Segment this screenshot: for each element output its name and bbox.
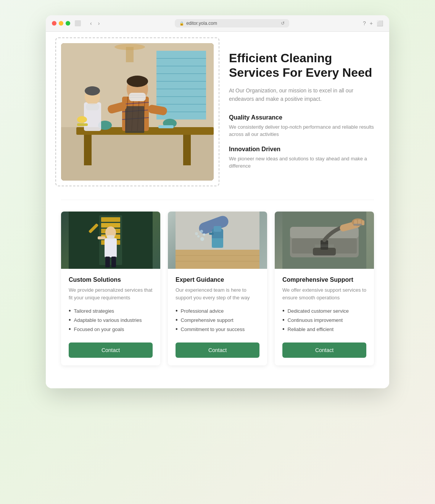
svg-rect-27 [129, 93, 146, 101]
svg-rect-49 [105, 238, 117, 257]
list-item: Reliable and efficient [282, 326, 366, 333]
card-1-title: Custom Solutions [69, 276, 153, 283]
hero-text: Efficient Cleaning Services For Every Ne… [229, 43, 374, 178]
traffic-light-yellow[interactable] [59, 21, 63, 26]
card-expert-guidance: Expert Guidance Our experienced team is … [168, 212, 267, 365]
cards-section: Custom Solutions We provide personalized… [61, 212, 374, 365]
nav-controls: ‹ › [89, 19, 101, 27]
traffic-light-green[interactable] [66, 21, 70, 26]
list-item: Dedicated customer service [282, 307, 366, 314]
svg-rect-63 [209, 233, 214, 235]
card-1-body: Custom Solutions We provide personalized… [61, 269, 160, 365]
card-1-list: Tailored strategies Adaptable to various… [69, 307, 153, 335]
card-1-description: We provide personalized services that fi… [69, 286, 153, 301]
feature-2-title: Innovation Driven [229, 146, 374, 153]
card-comprehensive-support: Comprehensive Support We offer extensive… [275, 212, 374, 365]
list-item: Comprehensive support [176, 317, 259, 323]
svg-rect-69 [212, 238, 223, 248]
list-item: Continuous improvement [282, 317, 366, 323]
menu-icon[interactable]: ⬜ [377, 20, 383, 26]
card-3-description: We offer extensive support services to e… [282, 286, 366, 301]
card-2-title: Expert Guidance [176, 276, 259, 283]
svg-point-66 [197, 235, 200, 237]
list-item: Adaptable to various industries [69, 317, 153, 323]
hero-image [61, 43, 214, 181]
card-3-title: Comprehensive Support [282, 276, 366, 283]
hero-title: Efficient Cleaning Services For Every Ne… [229, 51, 374, 80]
svg-rect-43 [101, 217, 120, 222]
svg-rect-56 [176, 250, 259, 269]
feature-1-description: We consistently deliver top-notch perfor… [229, 123, 374, 138]
browser-toolbar: ‹ › 🔒 editor.yola.com ↺ ? + ⬜ [46, 15, 389, 32]
lock-icon: 🔒 [179, 21, 184, 26]
list-item: Professional advice [176, 307, 259, 314]
svg-rect-53 [111, 257, 116, 267]
svg-point-39 [77, 116, 87, 123]
feature-2-description: We pioneer new ideas and solutions to st… [229, 155, 374, 170]
card-3-contact-button[interactable]: Contact [282, 342, 366, 358]
card-custom-solutions: Custom Solutions We provide personalized… [61, 212, 160, 365]
svg-rect-15 [183, 135, 191, 165]
card-1-svg [69, 212, 153, 269]
tab-bar [75, 20, 81, 26]
traffic-light-red[interactable] [52, 21, 56, 26]
traffic-lights [52, 21, 70, 26]
svg-rect-34 [158, 125, 174, 128]
hero-section: Efficient Cleaning Services For Every Ne… [61, 43, 374, 181]
card-2-description: Our experienced team is here to support … [176, 286, 259, 301]
list-item: Tailored strategies [69, 307, 153, 314]
svg-point-37 [85, 86, 100, 95]
hero-image-svg [61, 43, 214, 181]
svg-point-64 [203, 233, 205, 236]
url-text: editor.yola.com [186, 21, 217, 26]
help-icon[interactable]: ? [363, 20, 366, 26]
list-item: Focused on your goals [69, 326, 153, 333]
card-2-contact-button[interactable]: Contact [176, 342, 259, 358]
forward-button[interactable]: › [97, 19, 102, 27]
svg-rect-24 [125, 106, 144, 133]
card-2-image [168, 212, 267, 269]
browser-window: ‹ › 🔒 editor.yola.com ↺ ? + ⬜ [46, 15, 389, 388]
refresh-icon[interactable]: ↺ [281, 21, 285, 26]
svg-rect-40 [77, 123, 88, 126]
svg-point-65 [200, 230, 203, 233]
tab-icon [75, 20, 81, 26]
svg-rect-50 [98, 236, 105, 239]
hero-description: At Our Organization, our mission is to e… [229, 86, 374, 103]
card-3-list: Dedicated customer service Continuous im… [282, 307, 366, 335]
section-separator [61, 200, 374, 200]
feature-innovation-driven: Innovation Driven We pioneer new ideas a… [229, 146, 374, 170]
svg-rect-14 [84, 135, 92, 165]
card-2-list: Professional advice Comprehensive suppor… [176, 307, 259, 335]
card-3-image [275, 212, 374, 269]
add-tab-icon[interactable]: + [370, 20, 373, 26]
svg-rect-54 [107, 235, 114, 239]
svg-rect-12 [126, 47, 134, 62]
card-2-body: Expert Guidance Our experienced team is … [168, 269, 267, 365]
feature-quality-assurance: Quality Assurance We consistently delive… [229, 114, 374, 138]
svg-rect-62 [214, 226, 221, 232]
card-2-svg [176, 212, 259, 269]
address-bar[interactable]: 🔒 editor.yola.com ↺ [175, 19, 289, 27]
svg-rect-80 [362, 220, 364, 225]
svg-point-67 [200, 237, 204, 241]
browser-actions: ? + ⬜ [363, 20, 383, 26]
list-item: Commitment to your success [176, 326, 259, 333]
page-content: Efficient Cleaning Services For Every Ne… [46, 32, 389, 388]
svg-rect-38 [86, 103, 99, 110]
card-3-body: Comprehensive Support We offer extensive… [275, 269, 374, 365]
svg-point-68 [195, 232, 198, 235]
hero-image-wrapper [61, 43, 214, 181]
svg-point-26 [127, 76, 148, 87]
svg-rect-52 [105, 257, 110, 267]
back-button[interactable]: ‹ [89, 19, 93, 27]
card-1-image [61, 212, 160, 269]
svg-rect-81 [353, 224, 362, 226]
feature-1-title: Quality Assurance [229, 114, 374, 121]
card-1-contact-button[interactable]: Contact [69, 342, 153, 358]
card-3-svg [282, 212, 366, 269]
